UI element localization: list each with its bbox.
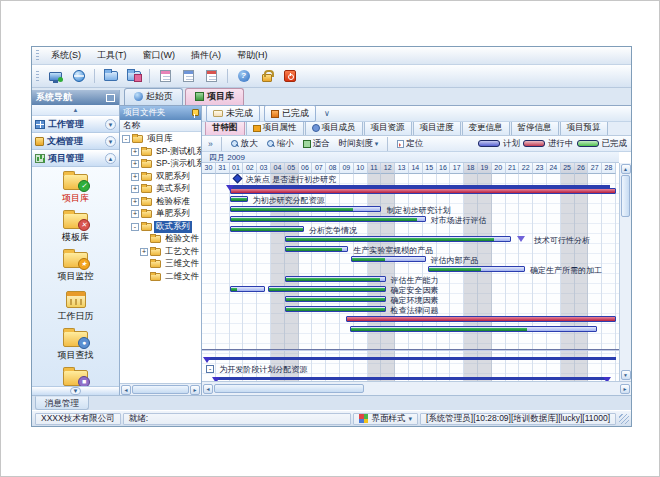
tree-node-三维文件[interactable]: 三维文件 — [120, 258, 201, 271]
ui-style-button[interactable]: 界面样式 ▾ — [353, 413, 418, 425]
expand-icon[interactable]: + — [131, 148, 139, 156]
menu-grip[interactable] — [36, 50, 39, 61]
tree-node-项目库[interactable]: -项目库 — [120, 133, 201, 146]
task-bar[interactable] — [230, 226, 305, 232]
tree-node-检验标准[interactable]: +检验标准 — [120, 196, 201, 209]
scroll-up-icon[interactable]: ▲ — [621, 164, 631, 174]
task-bar[interactable] — [285, 236, 511, 242]
tab-变更信息[interactable]: 变更信息 — [462, 122, 510, 135]
task-bar[interactable] — [230, 216, 426, 222]
sidebar-item-项目查找[interactable]: 项目查找 — [58, 331, 94, 362]
tree-node-二维文件[interactable]: 二维文件 — [120, 271, 201, 284]
toolbar-overflow-icon[interactable]: » — [206, 139, 215, 149]
collapse-icon[interactable]: - — [206, 365, 214, 373]
expand-icon[interactable]: + — [131, 185, 139, 193]
toolbar-button-help-icon[interactable]: ? — [233, 67, 254, 86]
task-bar[interactable] — [268, 286, 385, 292]
task-bar[interactable] — [230, 196, 248, 202]
milestone-marker[interactable] — [232, 174, 242, 183]
scroll-right-icon[interactable]: ► — [620, 384, 630, 394]
sidebar-scroll-up[interactable]: ▲ — [32, 105, 119, 116]
collapse-icon[interactable]: - — [131, 223, 139, 231]
tab-项目预算[interactable]: 项目预算 — [560, 122, 608, 135]
task-bar[interactable] — [428, 266, 525, 272]
menu-item-帮助(H)[interactable]: 帮助(H) — [229, 47, 276, 64]
toolbar-button-lock-icon[interactable] — [256, 67, 277, 86]
filter-button-已完成[interactable]: 已完成 — [264, 105, 316, 122]
task-bar[interactable] — [350, 326, 597, 332]
scroll-left-icon[interactable]: ◄ — [121, 385, 131, 395]
gantt-vscroll-thumb[interactable] — [621, 175, 630, 217]
toolbar-button-report-pink-icon[interactable] — [155, 67, 176, 86]
summary-bar[interactable] — [214, 377, 607, 380]
menu-item-插件(A)[interactable]: 插件(A) — [183, 47, 229, 64]
filter-button-未完成[interactable]: 未完成 — [206, 105, 260, 122]
task-bar[interactable] — [230, 206, 382, 212]
collapse-icon[interactable]: - — [122, 135, 130, 143]
chevron-up-icon[interactable]: ▲ — [105, 153, 116, 164]
sidebar-group-项目管理[interactable]: 项目管理▲ — [32, 150, 119, 167]
tree-node-工艺文件[interactable]: +工艺文件 — [120, 246, 201, 259]
timescale-dropdown[interactable]: 时间刻度 ▾ — [336, 137, 382, 151]
locate-button[interactable]: 定位 — [394, 137, 426, 151]
expand-icon[interactable]: + — [131, 160, 139, 168]
tab-项目资源[interactable]: 项目资源 — [364, 122, 412, 135]
toolbar-button-report-blue-icon[interactable] — [178, 67, 199, 86]
chevron-down-icon[interactable]: ▼ — [105, 119, 116, 130]
sidebar-group-文档管理[interactable]: 文档管理▼ — [32, 133, 119, 150]
doc-tab-起始页[interactable]: 起始页 — [124, 88, 183, 105]
toolbar-button-folder-disk-icon[interactable] — [123, 67, 144, 86]
tree-node-SP-演示机系[interactable]: +SP-演示机系 — [120, 158, 201, 171]
resize-grip[interactable] — [619, 414, 629, 424]
chevron-down-icon[interactable]: ▼ — [105, 136, 116, 147]
expand-icon[interactable]: + — [140, 248, 148, 256]
tab-暂停信息[interactable]: 暂停信息 — [511, 122, 559, 135]
tree-node-双肥系列[interactable]: +双肥系列 — [120, 171, 201, 184]
tab-项目成员[interactable]: 项目成员 — [305, 122, 363, 135]
toolbar-button-folder-open-icon[interactable] — [100, 67, 121, 86]
sidebar-item-项目监控[interactable]: 项目监控 — [58, 252, 94, 283]
sidebar-toggle-icon[interactable] — [106, 94, 115, 102]
gantt-hscroll-thumb[interactable] — [214, 384, 364, 393]
toolbar-button-power-icon[interactable] — [279, 67, 300, 86]
toolbar-button-report-red-icon[interactable] — [201, 67, 222, 86]
tree-node-美式系列[interactable]: +美式系列 — [120, 183, 201, 196]
tree-node-单肥系列[interactable]: +单肥系列 — [120, 208, 201, 221]
tab-甘特图[interactable]: 甘特图 — [205, 122, 245, 135]
task-bar[interactable] — [230, 286, 266, 292]
tree-node-SP-测试机系[interactable]: +SP-测试机系 — [120, 146, 201, 159]
gantt-vscrollbar[interactable]: ▲ ▼ — [619, 163, 631, 381]
expand-icon[interactable]: + — [131, 210, 139, 218]
task-bar[interactable] — [285, 246, 348, 252]
summary-bar[interactable] — [205, 357, 616, 360]
scroll-right-icon[interactable]: ► — [190, 385, 200, 395]
inprogress-bar[interactable] — [346, 316, 616, 322]
tab-项目属性[interactable]: 项目属性 — [246, 122, 304, 135]
menu-item-工具(T)[interactable]: 工具(T) — [89, 47, 135, 64]
summary-inprogress-bar[interactable] — [230, 188, 616, 194]
sidebar-group-工作管理[interactable]: 工作管理▼ — [32, 116, 119, 133]
task-bar[interactable] — [285, 296, 386, 302]
tree-hscroll-thumb[interactable] — [132, 385, 189, 394]
doc-tab-项目库[interactable]: 项目库 — [185, 88, 244, 105]
tab-message-management[interactable]: 消息管理 — [35, 396, 89, 410]
task-bar[interactable] — [351, 256, 426, 262]
fit-button[interactable]: 适合 — [300, 137, 333, 151]
tree-node-检验文件[interactable]: 检验文件 — [120, 233, 201, 246]
tab-项目进度[interactable]: 项目进度 — [413, 122, 461, 135]
sidebar-item-工作日历[interactable]: 工作日历 — [58, 291, 94, 323]
pin-icon[interactable] — [191, 109, 198, 118]
scroll-left-icon[interactable]: ◄ — [203, 384, 213, 394]
toolbar-button-monitor-icon[interactable] — [45, 67, 66, 86]
gantt-hscrollbar[interactable]: ◄ ► — [202, 382, 631, 395]
menu-item-系统(S)[interactable]: 系统(S) — [43, 47, 89, 64]
tree-hscrollbar[interactable]: ◄ ► — [120, 383, 201, 395]
chevron-down-icon[interactable]: ∨ — [320, 109, 334, 118]
expand-icon[interactable]: + — [131, 198, 139, 206]
menu-item-窗口(W)[interactable]: 窗口(W) — [135, 47, 184, 64]
sidebar-item-任务查找[interactable]: 任务查找 — [58, 370, 94, 386]
task-bar[interactable] — [285, 276, 386, 282]
tree-node-欧式系列[interactable]: -欧式系列 — [120, 221, 201, 234]
sidebar-item-项目库[interactable]: 项目库 — [62, 174, 89, 205]
zoom-out-button[interactable]: 缩小 — [264, 137, 297, 151]
